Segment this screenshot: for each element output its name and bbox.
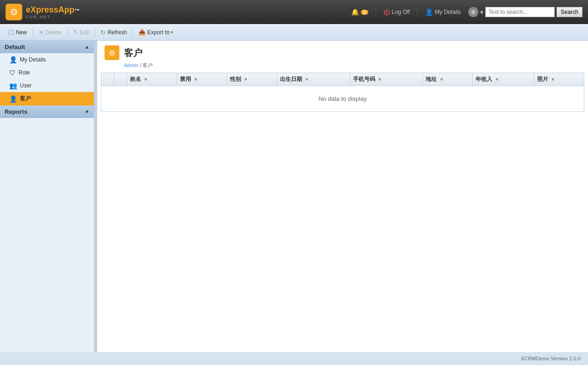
my-details-sidebar-icon: 👤	[9, 56, 17, 63]
refresh-icon: ↻	[100, 29, 106, 36]
search-box: ⚙ ▾ Search	[468, 7, 582, 17]
search-dropdown-arrow[interactable]: ▾	[480, 9, 483, 16]
sidebar-item-my-details[interactable]: 👤 My Details	[0, 53, 94, 66]
select-all-col	[101, 73, 114, 86]
sidebar-item-customer[interactable]: 👤 客户	[0, 92, 94, 105]
new-icon: ☐	[8, 29, 14, 36]
gear-icon: ⚙	[471, 9, 476, 15]
col-birthdate-filter[interactable]: ▼	[304, 77, 309, 82]
col-name-filter[interactable]: ▼	[143, 77, 148, 82]
toolbar: ☐ New ✕ Delete ✎ Edit ↻ Refresh 📤 Export…	[0, 24, 588, 41]
edit-icon: ✎	[73, 29, 78, 36]
logoff-link[interactable]: ⏻ Log Off	[384, 8, 410, 16]
breadcrumb: Admin / 客户	[97, 62, 588, 73]
sidebar-item-role[interactable]: 🛡 Role	[0, 66, 94, 79]
my-details-link[interactable]: 👤 My Details	[425, 8, 461, 16]
edit-button[interactable]: ✎ Edit	[68, 27, 94, 37]
reports-group-expand-icon: ▼	[85, 109, 89, 114]
delete-button[interactable]: ✕ Delete	[34, 27, 66, 38]
new-button[interactable]: ☐ New	[4, 27, 31, 38]
bell-icon: 🔔	[351, 8, 359, 16]
sidebar-item-user[interactable]: 👥 User	[0, 79, 94, 92]
logoff-label: Log Off	[392, 9, 410, 15]
page-header: ⚙ 客户	[97, 41, 588, 62]
app-footer: XCRMDemo Version 1.0.0	[0, 352, 588, 365]
col-annual-income-filter[interactable]: ▼	[495, 77, 499, 82]
logoff-icon: ⏻	[384, 8, 390, 16]
notifications-count: 0	[361, 10, 368, 15]
customer-icon: 👤	[9, 95, 17, 103]
my-details-icon: 👤	[425, 8, 433, 16]
col-gender[interactable]: 性别 ▼	[227, 73, 277, 86]
search-input[interactable]	[485, 7, 555, 17]
app-name: eXpressApp™	[26, 5, 80, 14]
search-button[interactable]: Search	[557, 7, 582, 17]
col-disabled[interactable]: 禁用 ▼	[177, 73, 227, 86]
col-phone-filter[interactable]: ▼	[378, 77, 382, 82]
row-actions-col	[114, 73, 127, 86]
app-logo: ⚙ eXpressApp™ FOR.NET	[6, 4, 80, 20]
refresh-button[interactable]: ↻ Refresh	[96, 27, 131, 38]
col-address-filter[interactable]: ▼	[439, 77, 444, 82]
breadcrumb-current: 客户	[142, 62, 153, 68]
sidebar-reports-group[interactable]: Reports ▼	[0, 105, 94, 118]
page-title: 客户	[124, 47, 142, 59]
col-photo-filter[interactable]: ▼	[551, 77, 555, 82]
role-icon: 🛡	[9, 69, 16, 76]
export-dropdown-arrow: ▾	[171, 30, 173, 35]
no-data-message: No data to display	[101, 86, 584, 112]
my-details-label: My Details	[435, 9, 461, 15]
col-annual-income[interactable]: 年收入 ▼	[473, 73, 534, 86]
header-right: 🔔 0 ⏻ Log Off 👤 My Details ⚙ ▾ Search	[351, 7, 582, 17]
table-header-row: 姓名 ▼ 禁用 ▼ 性别 ▼ 出生日期 ▼	[101, 73, 584, 86]
col-birthdate[interactable]: 出生日期 ▼	[277, 73, 350, 86]
sidebar-group-collapse-icon: ▲	[85, 44, 89, 49]
col-gender-filter[interactable]: ▼	[243, 77, 248, 82]
page-gear-icon: ⚙	[109, 49, 115, 57]
data-table: 姓名 ▼ 禁用 ▼ 性别 ▼ 出生日期 ▼	[101, 73, 584, 86]
notifications-link[interactable]: 🔔 0	[351, 8, 368, 16]
user-icon: 👥	[9, 82, 17, 89]
app-header: ⚙ eXpressApp™ FOR.NET 🔔 0 ⏻ Log Off 👤 My…	[0, 0, 588, 24]
app-subtitle: FOR.NET	[26, 15, 80, 19]
main-layout: Default ▲ 👤 My Details 🛡 Role 👥 User 👤 客…	[0, 41, 588, 352]
app-logo-text-block: eXpressApp™ FOR.NET	[26, 5, 80, 19]
col-address[interactable]: 地址 ▼	[423, 73, 473, 86]
delete-icon: ✕	[38, 29, 44, 36]
footer-version: Version 1.0.0	[551, 356, 581, 361]
export-button[interactable]: 📤 Export to ▾	[134, 27, 178, 37]
sidebar: Default ▲ 👤 My Details 🛡 Role 👥 User 👤 客…	[0, 41, 94, 352]
col-photo[interactable]: 照片 ▼	[534, 73, 584, 86]
col-disabled-filter[interactable]: ▼	[193, 77, 198, 82]
export-icon: 📤	[138, 29, 146, 36]
breadcrumb-admin-link[interactable]: Admin	[124, 62, 138, 68]
search-options-btn[interactable]: ⚙	[468, 7, 478, 17]
col-phone[interactable]: 手机号码 ▼	[350, 73, 423, 86]
page-icon: ⚙	[105, 45, 119, 60]
col-name[interactable]: 姓名 ▼	[127, 73, 177, 86]
app-logo-icon: ⚙	[6, 4, 22, 20]
footer-app-id: XCRMDemo	[521, 356, 550, 361]
content-area: ⚙ 客户 Admin / 客户 姓名 ▼ 禁用 ▼	[97, 41, 588, 352]
sidebar-default-group[interactable]: Default ▲	[0, 41, 94, 53]
